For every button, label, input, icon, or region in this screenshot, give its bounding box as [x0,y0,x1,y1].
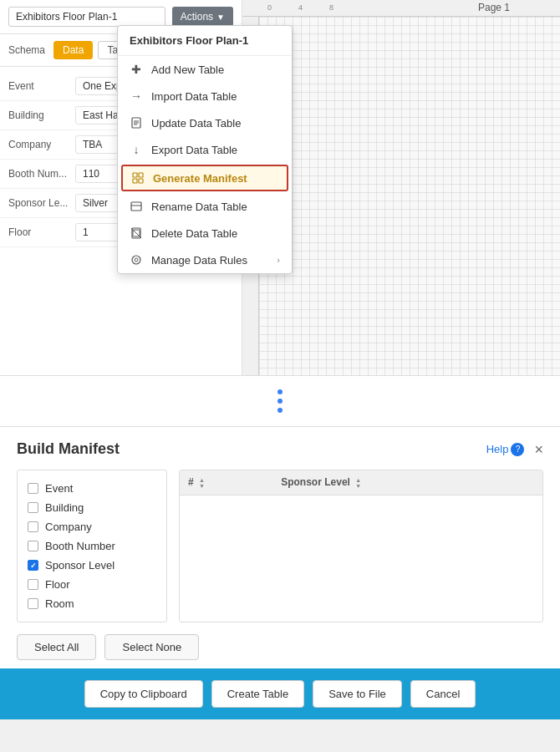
select-all-button[interactable]: Select All [17,634,96,660]
field-label: Sponsor Level [45,559,115,572]
build-manifest-section: Build Manifest Help ? × Event Building C… [0,426,560,668]
sort-num-icon: ▲ ▼ [199,477,205,489]
dot-1 [277,389,283,394]
field-item: Building [28,498,156,517]
save-to-file-button[interactable]: Save to File [313,680,402,708]
dropdown-generate-manifest[interactable]: Generate Manifest [121,165,288,191]
field-item: Event [28,479,156,498]
manifest-header: Build Manifest Help ? × [17,440,543,458]
row-label: Event [8,80,75,92]
ruler-marks: 0 4 8 [267,3,333,12]
field-checkbox[interactable] [28,579,38,590]
manifest-table: # ▲ ▼ Sponsor Level ▲ ▼ [180,470,542,495]
field-checkbox[interactable] [28,483,38,494]
cancel-button[interactable]: Cancel [410,680,476,708]
grid-icon [131,171,145,185]
row-label: Company [8,139,75,150]
svg-rect-4 [133,173,137,177]
chevron-down-icon: ▼ [216,13,225,22]
select-buttons: Select All Select None [17,634,543,660]
dropdown-export-data-table[interactable]: ↓ Export Data Table [118,136,292,163]
field-checkbox[interactable] [28,541,38,551]
manage-icon [130,253,143,267]
download-icon: ↓ [130,143,143,156]
manifest-body: Event Building Company Booth Number Spon… [17,470,543,622]
update-icon [130,116,143,130]
tab-data[interactable]: Data [53,41,93,59]
top-section: Actions ▼ Schema Data Table Event Buildi… [0,0,560,376]
floor-plan-name-input[interactable] [8,7,165,27]
plus-icon: ✚ [130,63,143,76]
field-checkbox[interactable] [28,560,38,571]
field-item: Sponsor Level [28,556,156,575]
dropdown-title: Exhibitors Floor Plan-1 [118,26,292,56]
svg-point-14 [135,258,138,262]
svg-rect-5 [139,173,143,177]
field-item: Room [28,594,156,613]
field-label: Building [45,501,84,514]
dot-2 [277,399,283,404]
field-item: Company [28,517,156,536]
dropdown-add-new-table[interactable]: ✚ Add New Table [118,56,292,83]
dropdown-update-data-table[interactable]: Update Data Table [118,109,292,136]
ruler-horizontal: Page 1 0 4 8 [242,0,560,17]
row-label: Building [8,109,75,121]
dots-separator [0,376,560,426]
dropdown-rename-data-table[interactable]: Rename Data Table [118,193,292,220]
dropdown-import-data-table[interactable]: → Import Data Table [118,83,292,109]
action-bar: Copy to Clipboard Create Table Save to F… [0,668,560,719]
field-label: Booth Number [45,540,115,552]
field-label: Floor [45,578,70,591]
row-label: Booth Num... [8,168,75,180]
svg-rect-8 [131,202,141,211]
help-icon: ? [511,443,524,456]
col-num[interactable]: # ▲ ▼ [180,470,272,495]
svg-point-13 [132,256,140,264]
sort-sponsor-icon: ▲ ▼ [355,477,361,489]
field-label: Company [45,521,92,533]
help-label: Help [486,443,509,455]
create-table-button[interactable]: Create Table [211,680,304,708]
field-item: Booth Number [28,536,156,556]
import-icon: → [130,89,143,103]
col-sponsor-level[interactable]: Sponsor Level ▲ ▼ [272,470,542,495]
canvas-grid[interactable] [259,17,560,375]
dot-3 [277,408,283,413]
dropdown-menu: Exhibitors Floor Plan-1 ✚ Add New Table … [117,25,293,274]
actions-button[interactable]: Actions ▼ [172,7,233,27]
row-label: Sponsor Le... [8,197,75,209]
delete-icon [130,226,143,240]
manifest-header-right: Help ? × [486,442,543,457]
chevron-right-icon: › [277,255,280,265]
close-button[interactable]: × [534,442,543,457]
row-label: Floor [8,226,75,238]
copy-to-clipboard-button[interactable]: Copy to Clipboard [84,680,203,708]
field-checkbox[interactable] [28,521,38,532]
field-checkbox[interactable] [28,502,38,513]
svg-rect-7 [139,179,143,183]
schema-label: Schema [8,44,45,56]
dropdown-delete-data-table[interactable]: Delete Data Table [118,220,292,246]
field-item: Floor [28,575,156,594]
page-label: Page 1 [478,2,510,13]
data-table-container: # ▲ ▼ Sponsor Level ▲ ▼ [179,470,543,622]
rename-icon [130,200,143,213]
dropdown-manage-data-rules[interactable]: Manage Data Rules › [118,246,292,273]
manifest-title: Build Manifest [17,440,120,458]
svg-rect-6 [133,179,137,183]
field-list: Event Building Company Booth Number Spon… [17,470,167,622]
field-label: Room [45,597,74,610]
field-checkbox[interactable] [28,598,38,609]
field-label: Event [45,482,73,495]
select-none-button[interactable]: Select None [104,634,199,660]
help-button[interactable]: Help ? [486,443,525,456]
